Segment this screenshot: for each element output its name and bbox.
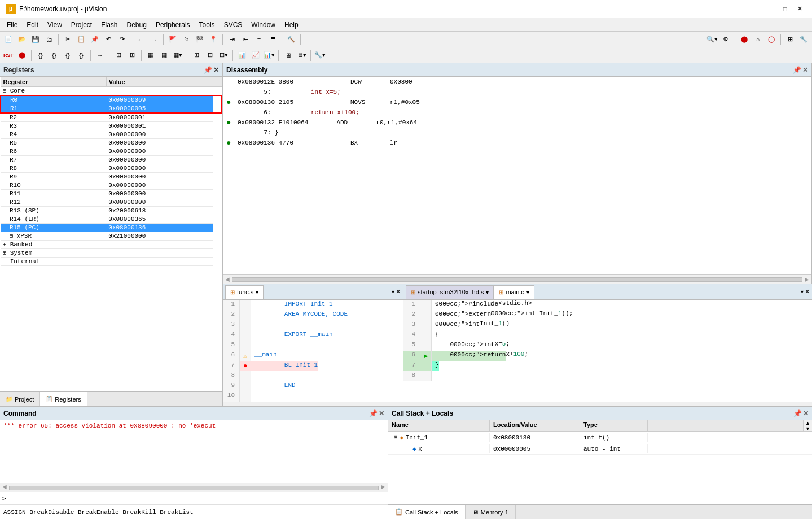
tools-btn[interactable]: 🔧▾ (314, 49, 326, 62)
step1-btn[interactable]: {} (34, 49, 47, 62)
view1-btn[interactable]: ▦ (144, 49, 157, 62)
menu-item-flash[interactable]: Flash (96, 19, 122, 31)
startup-tab-close[interactable]: ▾ (486, 289, 489, 295)
reg-row[interactable]: R5 0x00000000 (1, 139, 222, 147)
stop2-btn[interactable]: ⬤ (16, 49, 28, 62)
maximize-button[interactable]: □ (778, 4, 792, 14)
startup-tab[interactable]: ⊞ startup_stm32f10x_hd.s ▾ (406, 285, 494, 299)
search-dropdown[interactable]: 🔍▾ (706, 33, 718, 46)
disassembly-content[interactable]: 0x0800012E 0800 DCW 0x0800 5: int x=5; ●… (223, 77, 811, 274)
func-close-icon[interactable]: ✕ (396, 288, 401, 295)
build-btn[interactable]: 🔨 (285, 33, 297, 46)
menu-item-peripherals[interactable]: Peripherals (151, 19, 195, 31)
config-btn[interactable]: ⚙ (719, 33, 732, 46)
registers-table-wrap[interactable]: Register Value ⊟ Core R0 0x00000069 R1 (0, 77, 222, 391)
bookmark-btn[interactable]: 🚩 (166, 33, 179, 46)
record-btn[interactable]: ◯ (765, 33, 778, 46)
cmd-pin-icon[interactable]: 📌 (369, 409, 378, 417)
menu-item-edit[interactable]: Edit (22, 19, 43, 31)
menu-item-window[interactable]: Window (247, 19, 280, 31)
reg-expand[interactable]: ⊟ (3, 88, 6, 94)
func-tab-close[interactable]: ▾ (256, 289, 258, 295)
save-btn[interactable]: 💾 (29, 33, 42, 46)
reg-row[interactable]: ⊟ Core (1, 87, 222, 96)
main-close-icon[interactable]: ✕ (805, 288, 810, 295)
nav-back-btn[interactable]: ← (134, 33, 147, 46)
menu-item-svcs[interactable]: SVCS (220, 19, 247, 31)
cs-expand-init1[interactable]: ⊟ (392, 434, 398, 441)
wrench-btn[interactable]: 🔧 (797, 33, 810, 46)
command-input[interactable] (8, 494, 388, 503)
reg-row[interactable]: R1 0x00000005 (1, 104, 222, 114)
dis2-btn[interactable]: ⊞ (126, 49, 138, 62)
step4-btn[interactable]: {} (75, 49, 87, 62)
menu-item-debug[interactable]: Debug (122, 19, 151, 31)
reg-row[interactable]: R6 0x00000000 (1, 147, 222, 156)
serial1-btn[interactable]: 🖥 (282, 49, 294, 62)
mem2-btn[interactable]: ⊞ (204, 49, 216, 62)
copy-btn[interactable]: 📋 (75, 33, 87, 46)
menu-item-tools[interactable]: Tools (195, 19, 220, 31)
bookmark4-btn[interactable]: 📍 (207, 33, 220, 46)
reg-row[interactable]: R4 0x00000000 (1, 130, 222, 139)
func-hscrollbar[interactable] (223, 402, 403, 406)
perf2-btn[interactable]: 📈 (249, 49, 262, 62)
perf1-btn[interactable]: 📊 (236, 49, 248, 62)
rst-btn[interactable]: RST (2, 49, 15, 62)
cmd-scroll-right[interactable]: ▶ (381, 483, 388, 492)
dis-close-icon[interactable]: ✕ (802, 66, 808, 74)
view3-dropdown[interactable]: ▦▾ (172, 49, 184, 62)
mem3-dropdown[interactable]: ⊞▾ (217, 49, 230, 62)
callstack-tab[interactable]: 📋 Call Stack + Locals (388, 505, 466, 519)
reg-row[interactable]: R12 0x00000000 (1, 198, 222, 207)
mainc-tab-close[interactable]: ▾ (526, 289, 529, 295)
cs-pin-icon[interactable]: 📌 (793, 409, 802, 417)
step3-btn[interactable]: {} (62, 49, 74, 62)
menu-item-file[interactable]: File (2, 19, 22, 31)
registers-close-icon[interactable]: ✕ (213, 66, 219, 74)
main-hscrollbar[interactable] (403, 402, 812, 406)
redo-btn[interactable]: ↷ (116, 33, 128, 46)
paste-btn[interactable]: 📌 (89, 33, 101, 46)
undo-btn[interactable]: ↶ (102, 33, 115, 46)
reg-row[interactable]: R9 0x00000000 (1, 173, 222, 181)
bookmark2-btn[interactable]: 🏳 (180, 33, 192, 46)
new-btn[interactable]: 📄 (2, 33, 15, 46)
reg-row[interactable]: R13 (SP) 0x20000618 (1, 207, 222, 215)
reg-row[interactable]: R10 0x00000000 (1, 181, 222, 190)
format2-btn[interactable]: ≣ (266, 33, 279, 46)
registers-tab[interactable]: 📋 Registers (40, 392, 87, 406)
indent-btn[interactable]: ⇥ (226, 33, 238, 46)
unindent-btn[interactable]: ⇤ (239, 33, 252, 46)
reg-expand[interactable]: ⊞ (10, 233, 13, 239)
cut-btn[interactable]: ✂ (62, 33, 74, 46)
pin-icon[interactable]: 📌 (204, 66, 212, 74)
reg-expand[interactable]: ⊟ (3, 259, 6, 265)
func-content[interactable]: 1 IMPORT Init_1 2 AREA MYCODE, CODE 3 4 … (223, 300, 403, 402)
cs-scroll-down[interactable]: ▼ (804, 426, 812, 431)
step2-btn[interactable]: {} (48, 49, 60, 62)
reg-row[interactable]: ⊞ System (1, 249, 222, 258)
target-btn[interactable]: ⊞ (784, 33, 796, 46)
save-all-btn[interactable]: 🗂 (43, 33, 55, 46)
project-tab[interactable]: 📁 Project (0, 392, 40, 406)
reg-row[interactable]: R8 0x00000000 (1, 164, 222, 173)
open-btn[interactable]: 📂 (16, 33, 28, 46)
disassembly-hscrollbar[interactable]: ◀ ▶ (223, 274, 811, 284)
memory1-tab[interactable]: 🖥 Memory 1 (466, 505, 516, 519)
reg-expand[interactable]: ⊞ (3, 242, 6, 248)
reg-row[interactable]: ⊞ xPSR 0x21000000 (1, 232, 222, 241)
func-tab[interactable]: ⊞ func.s ▾ (225, 285, 264, 299)
mem1-btn[interactable]: ⊞ (190, 49, 203, 62)
reg-expand[interactable]: ⊞ (3, 250, 6, 256)
menu-item-view[interactable]: View (43, 19, 67, 31)
bookmark3-btn[interactable]: 🏁 (194, 33, 206, 46)
cmd-scroll-left[interactable]: ◀ (0, 483, 7, 492)
mainc-tab[interactable]: ⊞ main.c ▾ (494, 285, 534, 299)
cmd-close-icon[interactable]: ✕ (379, 409, 384, 417)
scroll-left-arrow[interactable]: ◀ (225, 276, 230, 282)
func-dropdown-icon[interactable]: ▾ (392, 289, 394, 295)
stop-btn[interactable]: ⬤ (738, 33, 750, 46)
reg-row[interactable]: R14 (LR) 0x08000365 (1, 215, 222, 224)
run-btn[interactable]: → (94, 49, 106, 62)
